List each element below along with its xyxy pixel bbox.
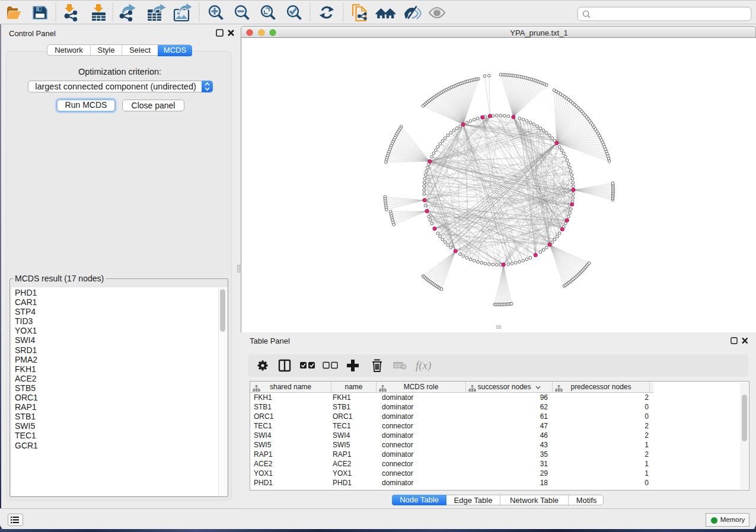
svg-text:f(x): f(x)	[416, 359, 431, 372]
